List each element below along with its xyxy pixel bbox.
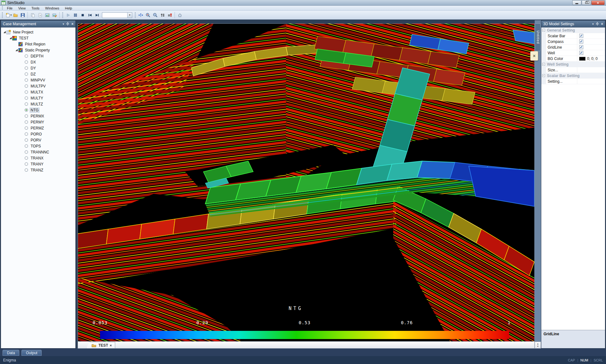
expander-icon[interactable] [9, 37, 12, 39]
tree-item-multx[interactable]: MULTX [1, 89, 75, 95]
combo-caret-icon[interactable]: ▾ [127, 13, 132, 18]
save-button[interactable] [19, 12, 26, 19]
skip-end-button[interactable] [93, 12, 101, 19]
minimize-button[interactable] [572, 0, 581, 5]
tree-item-new-project[interactable]: New Project [1, 29, 75, 35]
checkbox-checked[interactable]: ✓ [579, 45, 583, 49]
menu-file[interactable]: File [4, 6, 15, 10]
expander-icon[interactable] [3, 31, 6, 33]
zoom-in-icon [146, 13, 151, 18]
range-button[interactable] [159, 12, 166, 19]
panel-menu-caret-icon[interactable]: ▾ [62, 22, 64, 26]
panel-close-icon[interactable]: × [71, 22, 74, 26]
bottom-tab-data[interactable]: Data [3, 350, 19, 356]
panel-close-icon[interactable]: × [601, 22, 603, 26]
menu-windows[interactable]: Windows [42, 6, 62, 10]
tree-item-multz[interactable]: MULTZ [1, 101, 75, 107]
panel-menu-caret-icon[interactable]: ▾ [592, 22, 594, 26]
skip-start-button[interactable] [86, 12, 93, 19]
document-tab-test[interactable]: TEST × [86, 342, 115, 348]
tree-item-poro[interactable]: PORO [1, 131, 75, 137]
property-scalar-bar[interactable]: Scalar Bar✓ [541, 33, 605, 39]
zoom-in-button[interactable] [144, 12, 152, 19]
scroll-down-icon[interactable]: ▼ [537, 345, 539, 347]
menu-view[interactable]: View [15, 6, 29, 10]
property-well[interactable]: Well✓ [541, 50, 605, 56]
group-well-setting: −Well Setting [541, 62, 605, 67]
tree-item-tranx[interactable]: TRANX [1, 155, 75, 161]
property-setting-[interactable]: Setting... [541, 79, 605, 84]
tree-item-permz[interactable]: PERMZ [1, 125, 75, 131]
radio-icon [24, 144, 28, 148]
tree-item-depth[interactable]: DEPTH [1, 53, 75, 59]
property-compass[interactable]: Compass✓ [541, 39, 605, 45]
checkbox-checked[interactable]: ✓ [579, 39, 583, 44]
pause-button[interactable] [72, 12, 79, 19]
tree-item-permx[interactable]: PERMX [1, 113, 75, 119]
snapshot-button[interactable] [51, 12, 58, 19]
tree-item-minpvv[interactable]: MINPVV [1, 77, 75, 83]
property-size-[interactable]: Size... [541, 67, 605, 73]
tree-item-dz[interactable]: DZ [1, 71, 75, 77]
play-button[interactable] [64, 12, 72, 19]
collapse-box[interactable]: − [541, 27, 546, 33]
reservoir-model-render [78, 24, 534, 341]
checkbox-checked[interactable]: ✓ [579, 34, 583, 38]
restore-button[interactable] [582, 0, 591, 5]
output-tab-bar: DataOutput [0, 349, 606, 356]
property-value[interactable]: 0; 0; 0 [577, 56, 605, 61]
tree-item-tranz[interactable]: TRANZ [1, 167, 75, 173]
tree-item-dy[interactable]: DY [1, 65, 75, 71]
checkbox-checked[interactable]: ✓ [579, 51, 583, 55]
tree-item-dx[interactable]: DX [1, 59, 75, 65]
tree-item-static-property[interactable]: Static Property [1, 47, 75, 53]
marker-button[interactable] [166, 12, 173, 19]
collapse-box[interactable]: − [541, 73, 546, 78]
property-value[interactable]: ✓ [577, 33, 605, 39]
collapse-box[interactable]: − [541, 62, 546, 67]
untitled-dock-tab[interactable]: Untitled [535, 23, 541, 51]
color-swatch[interactable] [579, 57, 585, 61]
document-tab-close-icon[interactable]: × [110, 343, 112, 347]
expander-icon[interactable] [15, 49, 18, 51]
close-button[interactable]: × [591, 0, 605, 5]
tree-item-label: Static Property [24, 48, 51, 52]
bottom-tab-output[interactable]: Output [21, 350, 42, 356]
radio-icon [24, 54, 28, 58]
tree-item-pilot-region[interactable]: Pilot Region [1, 41, 75, 47]
tree-item-ntg[interactable]: NTG [1, 107, 75, 113]
property-value[interactable] [577, 67, 605, 73]
tree-item-tops[interactable]: TOPS [1, 143, 75, 149]
copy-button[interactable] [29, 12, 36, 19]
property-bg-color[interactable]: BG Color0; 0; 0 [541, 56, 605, 62]
floating-close-button[interactable]: × [530, 51, 538, 61]
property-gridline[interactable]: GridLine✓ [541, 45, 605, 50]
tree-item-multpv[interactable]: MULTPV [1, 83, 75, 89]
property-value[interactable] [577, 79, 605, 84]
menu-help[interactable]: Help [62, 6, 75, 10]
simstudio-window: { "window": { "title": "SimStudio" }, "i… [0, 0, 606, 364]
menu-tools[interactable]: Tools [28, 6, 42, 10]
home-button[interactable] [176, 12, 183, 19]
pushpin-icon[interactable] [596, 22, 599, 26]
tree-item-trany[interactable]: TRANY [1, 161, 75, 167]
zoom-out-button[interactable] [152, 12, 159, 19]
pan-button[interactable] [137, 12, 144, 19]
tree-item-porv[interactable]: PORV [1, 137, 75, 143]
timestep-combo-box[interactable]: ▾ [102, 12, 132, 18]
tree-item-permy[interactable]: PERMY [1, 119, 75, 125]
property-value[interactable]: ✓ [577, 39, 605, 44]
stop-button[interactable] [79, 12, 86, 19]
export-button[interactable] [36, 12, 44, 19]
open-button[interactable] [12, 12, 19, 19]
property-value[interactable]: ✓ [577, 45, 605, 50]
tree-item-test[interactable]: TEST [1, 35, 75, 41]
tree-item-multy[interactable]: MULTY [1, 95, 75, 101]
tree-item-trannnc[interactable]: TRANNNC [1, 149, 75, 155]
export-icon [38, 13, 43, 18]
property-value[interactable]: ✓ [577, 50, 605, 56]
scroll-up-icon[interactable]: ▲ [537, 343, 539, 345]
pushpin-icon[interactable] [66, 22, 69, 26]
image-button[interactable] [44, 12, 51, 19]
3d-canvas[interactable]: NTG 0.0530.290.530.761 [78, 23, 535, 342]
